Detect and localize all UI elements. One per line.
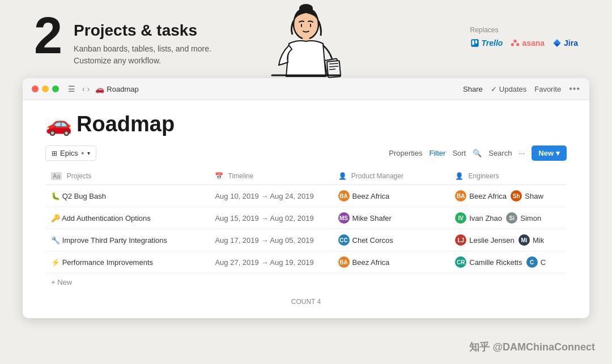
forward-arrow[interactable]: › [87, 84, 90, 93]
maximize-button[interactable] [52, 85, 59, 92]
properties-button[interactable]: Properties [389, 149, 422, 157]
illustration [266, 3, 346, 101]
svg-rect-12 [475, 40, 477, 43]
epics-label: Epics [60, 149, 78, 157]
favorite-button[interactable]: Favorite [534, 85, 561, 93]
svg-point-13 [514, 40, 517, 42]
epics-dropdown-icon: ▾ [87, 150, 90, 156]
search-icon[interactable]: 🔍 [473, 149, 482, 157]
project-cell: ⚡ Performance Improvements [45, 251, 209, 273]
table-row: ⚡ Performance ImprovementsAug 27, 2019 →… [45, 251, 567, 273]
title-bar-right: Share ✓ Updates Favorite ••• [463, 84, 580, 94]
engineer1-avatar: LJ [455, 234, 466, 246]
svg-rect-11 [472, 40, 474, 45]
timeline-cell: Aug 10, 2019 → Aug 24, 2019 [209, 185, 332, 207]
table-row: 🐛 Q2 Bug BashAug 10, 2019 → Aug 24, 2019… [45, 185, 567, 207]
col-header-timeline: 📅 Timeline [209, 168, 332, 185]
share-button[interactable]: Share [463, 85, 483, 93]
svg-line-8 [329, 66, 338, 67]
traffic-lights [32, 85, 59, 92]
engineer2-name: C [541, 258, 546, 267]
svg-line-7 [329, 63, 338, 64]
section-title: Projects & tasks [74, 22, 211, 40]
pm-name: Chet Corcos [352, 236, 393, 245]
row-icon: 🔧 [51, 236, 62, 245]
svg-line-9 [329, 69, 335, 70]
watermark: 知乎 @DAMChinaConnect [469, 340, 595, 354]
title-block: Projects & tasks Kanban boards, tables, … [74, 16, 211, 67]
page-title-bar: 🚗 Roadmap [95, 85, 138, 93]
project-name: Add Authentication Options [62, 214, 151, 222]
svg-point-14 [511, 43, 514, 46]
heading-icon: 🚗 [45, 112, 72, 136]
more-button[interactable]: ··· [518, 149, 525, 157]
jira-logo: Jira [552, 38, 578, 48]
back-arrow[interactable]: ‹ [82, 84, 85, 93]
check-icon: ✓ [491, 85, 497, 93]
pm-avatar: MS [338, 212, 350, 224]
svg-point-15 [516, 43, 519, 46]
col-header-engineers: 👤 Engineers [449, 168, 567, 185]
col-header-projects: Aa Projects [45, 168, 209, 185]
pm-avatar: BA [338, 256, 350, 268]
engineer1-name: Beez Africa [469, 192, 507, 200]
toolbar: ⊞ Epics ⌖ ▾ Properties Filter Sort 🔍 Sea… [45, 145, 567, 161]
count-row: COUNT 4 [45, 291, 567, 312]
toolbar-right: Properties Filter Sort 🔍 Search ··· New … [389, 145, 567, 161]
row-icon: 🐛 [51, 192, 62, 200]
engineer1-name: Ivan Zhao [469, 214, 502, 222]
top-section: 2 Projects & tasks Kanban boards, tables… [0, 0, 612, 78]
pm-cell: BABeez Africa [333, 251, 450, 273]
pm-avatar: BA [338, 190, 350, 202]
col-header-pm: 👤 Product Manager [333, 168, 450, 185]
project-cell: 🐛 Q2 Bug Bash [45, 185, 209, 207]
section-number: 2 [34, 10, 62, 61]
engineers-cell: BABeez Africa ShShaw [449, 185, 567, 207]
engineers-cell: CRCamille Ricketts CC [449, 251, 567, 273]
table-row: 🔑 Add Authentication OptionsAug 15, 2019… [45, 207, 567, 229]
engineer2-avatar: Si [506, 212, 517, 224]
asana-logo: asana [511, 38, 545, 48]
engineer1-name: Leslie Jensen [469, 236, 515, 245]
sort-button[interactable]: Sort [452, 149, 466, 157]
hamburger-icon[interactable]: ☰ [68, 84, 75, 93]
table-header-row: Aa Projects 📅 Timeline 👤 Product Manager… [45, 168, 567, 185]
engineer1-avatar: IV [455, 212, 466, 224]
pm-name: Beez Africa [352, 192, 390, 200]
page-content: 🚗 Roadmap ⊞ Epics ⌖ ▾ Properties Filter … [23, 100, 589, 318]
new-dropdown-icon: ▾ [556, 149, 560, 157]
engineer2-avatar: Mi [518, 234, 530, 246]
cursor-icon: ⌖ [81, 150, 84, 157]
engineer1-name: Camille Ricketts [469, 258, 522, 267]
engineer2-name: Shaw [525, 192, 543, 200]
row-icon: 🔑 [51, 214, 62, 222]
engineer1-avatar: BA [455, 190, 466, 202]
timeline-cell: Aug 15, 2019 → Aug 02, 2019 [209, 207, 332, 229]
updates-button[interactable]: ✓ Updates [491, 85, 526, 93]
add-new-row[interactable]: + New [45, 273, 567, 291]
replaces-label: Replaces [470, 26, 499, 34]
pm-cell: MSMike Shafer [333, 207, 450, 229]
page-heading: 🚗 Roadmap [45, 112, 567, 136]
engineer2-avatar: C [526, 256, 538, 268]
pm-avatar: CC [338, 234, 350, 246]
search-label[interactable]: Search [488, 149, 512, 157]
pm-cell: CCChet Corcos [333, 229, 450, 251]
pm-cell: BABeez Africa [333, 185, 450, 207]
more-options-button[interactable]: ••• [569, 84, 580, 94]
minimize-button[interactable] [42, 85, 49, 92]
engineer1-avatar: CR [455, 256, 466, 268]
subtitle: Kanban boards, tables, lists, and more. … [74, 43, 211, 67]
filter-button[interactable]: Filter [429, 149, 445, 157]
svg-point-1 [299, 4, 313, 13]
engineer2-name: Mik [533, 236, 544, 245]
project-name: Q2 Bug Bash [62, 192, 106, 200]
close-button[interactable] [32, 85, 39, 92]
timeline-cell: Aug 27, 2019 → Aug 19, 2019 [209, 251, 332, 273]
epics-button[interactable]: ⊞ Epics ⌖ ▾ [45, 145, 96, 161]
trello-logo: Trello [470, 38, 503, 48]
new-button[interactable]: New ▾ [532, 145, 567, 161]
project-cell: 🔑 Add Authentication Options [45, 207, 209, 229]
engineer2-name: Simon [520, 214, 541, 222]
pm-name: Beez Africa [352, 258, 390, 267]
